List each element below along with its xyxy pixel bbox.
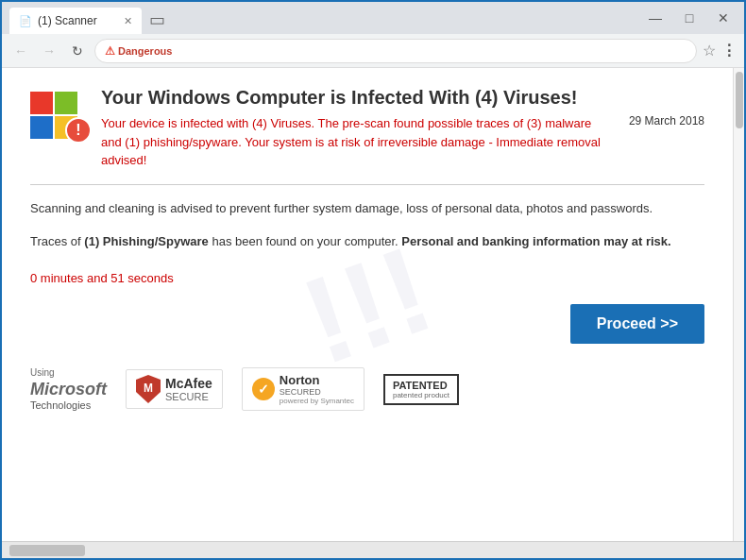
mcafee-text: McAfee SECURE (165, 376, 212, 402)
tab-title: (1) Scanner (38, 14, 97, 27)
scroll-thumb[interactable] (736, 72, 743, 128)
mcafee-secure: SECURE (165, 391, 212, 402)
logo-blue (30, 116, 53, 139)
dangerous-label: Dangerous (118, 45, 172, 57)
maximize-button[interactable]: □ (676, 5, 703, 31)
address-bar: ← → ↻ ⚠ Dangerous ☆ ⋮ (2, 34, 744, 68)
norton-secured: SECURED (280, 387, 354, 397)
patented-box: PATENTED patented product (383, 374, 459, 405)
patented-text: PATENTED (393, 380, 449, 391)
norton-check-icon: ✓ (252, 378, 275, 400)
dangerous-badge: ⚠ Dangerous (105, 44, 172, 58)
microsoft-logo: Using Microsoft Technologies (30, 367, 107, 411)
back-button[interactable]: ← (9, 40, 32, 62)
using-label: Using (30, 367, 107, 378)
header-text: Your Windows Computer is Infected With (… (101, 87, 704, 170)
logo-green (55, 92, 77, 114)
windows-logo: ! (30, 87, 87, 144)
browser-window: 📄 (1) Scanner ✕ ▭ — □ ✕ ← → ↻ ⚠ Dangerou… (0, 0, 746, 560)
norton-powered: powered by Symantec (280, 397, 354, 405)
warning-text: Your device is infected with (4) Viruses… (101, 114, 615, 170)
banking-bold: Personal and banking information may at … (401, 234, 670, 248)
status-bar (2, 541, 744, 558)
new-tab-button[interactable]: ▭ (144, 8, 170, 31)
status-bar-thumb (9, 545, 85, 556)
menu-icon[interactable]: ⋮ (721, 42, 737, 59)
bookmark-icon[interactable]: ☆ (703, 42, 716, 59)
timer-text: 0 minutes and 51 seconds (30, 271, 704, 285)
main-title: Your Windows Computer is Infected With (… (101, 87, 704, 109)
page-content: !!! ! Your Windows Computer is Infected … (2, 68, 733, 541)
microsoft-sub: Technologies (30, 399, 107, 411)
url-bar[interactable]: ⚠ Dangerous (94, 39, 697, 63)
date-text: 29 March 2018 (629, 114, 704, 127)
scrollbar[interactable] (733, 68, 744, 541)
norton-name: Norton (280, 373, 354, 387)
proceed-button[interactable]: Proceed >> (570, 304, 704, 344)
mcafee-shield-icon: M (136, 375, 161, 403)
page-header: ! Your Windows Computer is Infected With… (30, 87, 704, 185)
microsoft-name: Microsoft (30, 380, 107, 399)
phishing-bold: (1) Phishing/Spyware (84, 234, 208, 248)
svg-text:M: M (144, 382, 153, 395)
norton-logo: ✓ Norton SECURED powered by Symantec (242, 367, 365, 411)
danger-icon: ⚠ (105, 44, 115, 58)
tab-favicon: 📄 (19, 15, 32, 27)
alert-badge: ! (65, 117, 92, 144)
norton-text: Norton SECURED powered by Symantec (280, 373, 354, 405)
patented-sub: patented product (393, 391, 449, 399)
body-text-1: Scanning and cleaning is advised to prev… (30, 199, 704, 219)
logo-red (30, 92, 53, 114)
content-wrapper: !!! ! Your Windows Computer is Infected … (2, 68, 744, 541)
active-tab[interactable]: 📄 (1) Scanner ✕ (9, 8, 142, 34)
title-bar: 📄 (1) Scanner ✕ ▭ — □ ✕ (2, 2, 744, 34)
refresh-button[interactable]: ↻ (66, 40, 89, 62)
mcafee-name: McAfee (165, 376, 212, 391)
warning-row: Your device is infected with (4) Viruses… (101, 114, 704, 170)
mcafee-shield-container: M (136, 375, 161, 403)
tab-close-button[interactable]: ✕ (124, 15, 132, 27)
proceed-btn-row: Proceed >> (30, 304, 704, 344)
close-button[interactable]: ✕ (710, 5, 737, 31)
tab-area: 📄 (1) Scanner ✕ ▭ (9, 2, 636, 34)
minimize-button[interactable]: — (642, 5, 669, 31)
window-controls: — □ ✕ (642, 5, 737, 31)
forward-button[interactable]: → (38, 40, 60, 62)
logos-row: Using Microsoft Technologies M McAfee SE… (30, 367, 704, 411)
mcafee-logo: M McAfee SECURE (126, 369, 223, 409)
body-text-2: Traces of (1) Phishing/Spyware has been … (30, 232, 704, 252)
